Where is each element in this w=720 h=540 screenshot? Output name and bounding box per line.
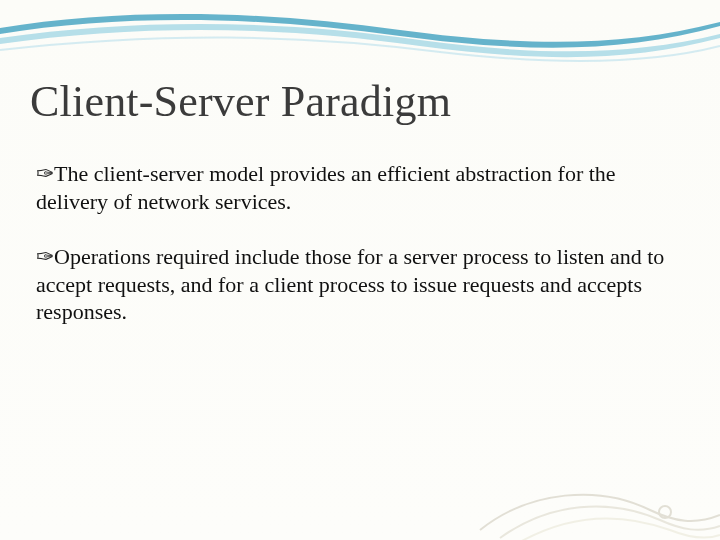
slide-title: Client-Server Paradigm xyxy=(30,78,690,126)
slide: Client-Server Paradigm ✑The client-serve… xyxy=(0,0,720,540)
decorative-wave-top xyxy=(0,0,720,70)
bullet-text: The client-server model provides an effi… xyxy=(36,161,616,214)
bullet-item: ✑The client-server model provides an eff… xyxy=(36,160,680,215)
decorative-swirl-bottom xyxy=(460,430,720,540)
bullet-text: Operations required include those for a … xyxy=(36,244,664,324)
svg-point-0 xyxy=(659,506,671,518)
slide-body: ✑The client-server model provides an eff… xyxy=(36,160,680,354)
bullet-item: ✑Operations required include those for a… xyxy=(36,243,680,326)
bullet-glyph-icon: ✑ xyxy=(36,161,54,186)
bullet-glyph-icon: ✑ xyxy=(36,244,54,269)
